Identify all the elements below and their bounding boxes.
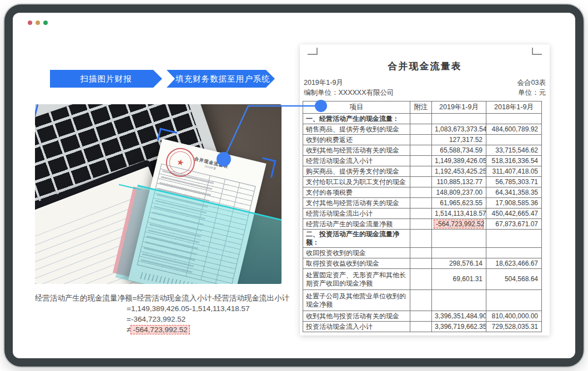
formula-line-2: =1,149,389,426.05-1,514,113,418.57: [35, 303, 290, 314]
cell-2018: 484,600,789.92: [486, 124, 542, 135]
table-row: 取得投资收益收到的现金298,576.1418,623,466.67: [303, 258, 542, 269]
cell-2019: 110,885,132.77: [432, 177, 486, 187]
cell-2018: 18,623,466.67: [486, 258, 542, 269]
cell-note: [410, 230, 432, 248]
flow-step-scan: 扫描图片财报: [50, 70, 162, 88]
cell-item: 支付的各项税费: [303, 187, 410, 198]
col-2019: 2019年1-9月: [432, 101, 486, 114]
cell-note: [410, 311, 432, 322]
cell-item: 收到其他与投资活动有关的现金: [303, 311, 410, 322]
zoom-button[interactable]: [43, 21, 48, 25]
cell-2019: 148,809,237.00: [432, 187, 486, 198]
cell-2019: 298,576.14: [432, 258, 486, 269]
cell-2018: [486, 135, 542, 145]
cell-note: [410, 322, 432, 332]
cell-item: 取得投资收益收到的现金: [303, 258, 410, 269]
cell-item: 支付其他与经营活动有关的现金: [303, 198, 410, 209]
cell-note: [410, 124, 432, 135]
cell-item: 销售商品、提供劳务收到的现金: [303, 124, 410, 135]
table-row: 一、经营活动产生的现金流量：: [303, 114, 542, 124]
cell-2019: 1,192,453,425.25: [432, 166, 486, 177]
table-row: 销售商品、提供劳务收到的现金1,083,673,373.54484,600,78…: [303, 124, 542, 135]
app-window: 扫描图片财报 填充财务数据至用户系统 合并现金流量表: [4, 4, 584, 367]
table-row: 处置子公司及其他营业单位收到的现金净额: [303, 290, 542, 311]
statement-page: 合并现金流量表 2019年1-9月 会合03表 编制单位：XXXXXX有限公司 …: [300, 44, 550, 336]
table-row: 收到其他与经营活动有关的现金65,588,734.5933,715,546.62: [303, 145, 542, 156]
cell-item: 处置子公司及其他营业单位收到的现金净额: [303, 290, 410, 311]
cell-item: 一、经营活动产生的现金流量：: [303, 114, 410, 124]
cell-note: [410, 145, 432, 156]
cell-2019: [432, 290, 486, 311]
formula-line-3: =-364,723,992.52: [35, 314, 290, 324]
cell-2018: 64,341,358.35: [486, 187, 542, 198]
scanned-photo: 合并现金流量表 2019年度 ★: [35, 104, 282, 284]
cell-note: [410, 248, 432, 258]
cell-2018: 311,407,418.05: [486, 166, 542, 177]
cell-2018: 17,908,585.36: [486, 198, 542, 209]
cell-item: 购买商品、提供劳务支付的现金: [303, 166, 410, 177]
cell-note: [410, 187, 432, 198]
flow-step-fill: 填充财务数据至用户系统: [167, 70, 275, 88]
statement-period: 2019年1-9月: [304, 78, 343, 88]
flow-step-scan-label: 扫描图片财报: [81, 74, 132, 84]
cell-item: 经营活动现金流入小计: [303, 156, 410, 166]
table-row: 经营活动现金流入小计1,149,389,426.05518,316,336.54: [303, 156, 542, 166]
cell-item: 经营活动产生的现金流量净额: [303, 219, 410, 230]
cell-2019: [432, 230, 486, 248]
cell-2019: -564,723,992.52: [432, 219, 486, 230]
cell-2018: 56,785,303.71: [486, 177, 542, 187]
formula-line-4: ≠-564,723,992.52: [35, 324, 290, 335]
statement-prepared-by: 编制单位：XXXXXX有限公司: [304, 88, 394, 98]
table-row: 经营活动现金流出小计1,514,113,418.57450,442,665.47: [303, 209, 542, 219]
table-row: 支付其他与经营活动有关的现金61,965,623.5517,908,585.36: [303, 198, 542, 209]
cell-item: 收到其他与经营活动有关的现金: [303, 145, 410, 156]
col-2018: 2018年1-9月: [486, 101, 542, 114]
table-row: 经营活动产生的现金流量净额-564,723,992.5267,873,671.0…: [303, 219, 542, 230]
cell-2019: 1,514,113,418.57: [432, 209, 486, 219]
statement-table: 项目 附注 2019年1-9月 2018年1-9月 一、经营活动产生的现金流量：…: [303, 101, 542, 332]
cell-2018: [486, 290, 542, 311]
cell-2019: 127,317.52: [432, 135, 486, 145]
col-note: 附注: [410, 101, 432, 114]
cell-2018: 518,316,336.54: [486, 156, 542, 166]
minimize-button[interactable]: [36, 21, 40, 25]
table-row: 购买商品、提供劳务支付的现金1,192,453,425.25311,407,41…: [303, 166, 542, 177]
cell-item: 收到的税费返还: [303, 135, 410, 145]
cell-2018: 810,400,000.00: [486, 311, 542, 322]
cell-2019: 3,396,719,662.35: [432, 322, 486, 332]
table-row: 处置固定资产、无形资产和其他长期资产收回的现金净额69,601.31504,56…: [303, 269, 542, 290]
cell-note: [410, 198, 432, 209]
cell-2018: 450,442,665.47: [486, 209, 542, 219]
cell-item: 投资活动现金流入小计: [303, 322, 410, 332]
cell-2019: 1,149,389,426.05: [432, 156, 486, 166]
cell-2018: [486, 230, 542, 248]
verification-formula: 经营活动产生的现金流量净额=经营活动现金流入小计-经营活动现金流出小计 =1,1…: [35, 293, 290, 335]
cell-2018: 33,715,546.62: [486, 145, 542, 156]
corner-mark-left-icon: [308, 48, 318, 55]
cell-2019: 65,588,734.59: [432, 145, 486, 156]
flow-step-fill-label: 填充财务数据至用户系统: [175, 74, 270, 84]
cell-2018: 504,568.64: [486, 269, 542, 290]
table-row: 二、投资活动产生的现金流量净额：: [303, 230, 542, 248]
table-row: 支付的各项税费148,809,237.0064,341,358.35: [303, 187, 542, 198]
cell-item: 经营活动现金流出小计: [303, 209, 410, 219]
table-row: 收到的税费返还127,317.52: [303, 135, 542, 145]
table-row: 收回投资收到的现金: [303, 248, 542, 258]
cell-note: [410, 177, 432, 187]
cell-note: [410, 290, 432, 311]
cell-2019: 3,396,351,484.90: [432, 311, 486, 322]
cell-2019: 1,083,673,373.54: [432, 124, 486, 135]
page-title: 合并现金流量表: [300, 60, 550, 73]
cell-2018: [486, 114, 542, 124]
cell-note: [410, 135, 432, 145]
mismatch-value-highlight: -564,723,992.52: [130, 325, 189, 334]
statement-unit: 单位：元: [518, 88, 546, 98]
cell-2018: 67,873,671.07: [486, 219, 542, 230]
cell-item: 处置固定资产、无形资产和其他长期资产收回的现金净额: [303, 269, 410, 290]
table-row: 支付给职工以及为职工支付的现金110,885,132.7756,785,303.…: [303, 177, 542, 187]
table-row: 投资活动现金流入小计3,396,719,662.35729,528,035.31: [303, 322, 542, 332]
statement-sheet-no: 会合03表: [517, 78, 546, 88]
close-button[interactable]: [28, 21, 32, 25]
cell-2019: [432, 114, 486, 124]
cell-2019: [432, 248, 486, 258]
